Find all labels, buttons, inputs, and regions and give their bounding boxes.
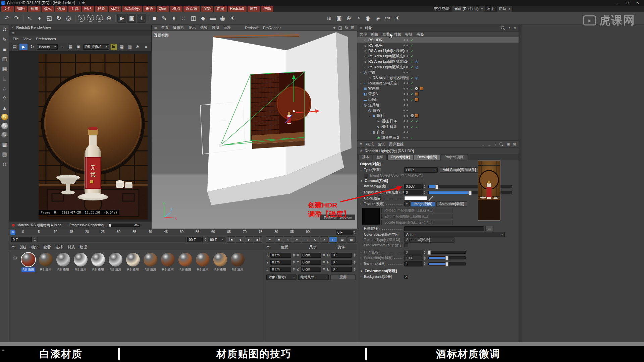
material-item[interactable]: RS 通用 [195,253,211,272]
points-mode-icon[interactable]: ∴ [1,84,9,92]
material-item[interactable]: RS 通用 [160,253,176,272]
camera-icon[interactable]: ◉ [218,13,227,24]
ruler-frame-field[interactable]: 0 F [336,230,353,235]
menu-item[interactable]: 渲染 [201,6,213,12]
attribute-menu-item[interactable]: 编辑 [378,142,385,147]
material-sphere[interactable] [178,253,192,266]
separator[interactable] [146,13,150,24]
expand-icon[interactable]: - [363,109,367,112]
material-menu-item[interactable]: 选择 [56,245,63,250]
material-sphere[interactable] [21,253,35,266]
object-state-marks[interactable] [410,87,423,90]
subdivision-surface-icon[interactable]: ● [169,13,179,24]
timeline-ruler[interactable]: 0 051015202530354045505560657075808590 0… [9,229,357,235]
object-state-marks[interactable] [410,54,414,58]
material-sphere[interactable] [91,253,105,266]
rotate-view-icon[interactable]: ↻ [345,25,348,30]
panel-icon[interactable]: ▣ [506,142,510,146]
menu-item[interactable]: 选择 [55,6,67,12]
scale-tool-icon[interactable]: ◱ [44,13,54,24]
material-sphere[interactable] [161,253,175,266]
key-rotation-icon[interactable]: ↻ [311,236,319,243]
cloner-icon[interactable]: ∷ [179,13,189,24]
material-item[interactable]: RS 通用 [212,253,228,272]
viewport-menu-item[interactable]: 显示 [189,25,196,30]
visibility-dots[interactable] [404,77,408,79]
menu-item[interactable]: 动画 [157,6,169,12]
bulb-icon[interactable]: ☀ [392,13,402,24]
close-icon[interactable]: ✕ [11,26,14,29]
menu-item[interactable]: 文件 [1,6,14,12]
menu-item[interactable]: 样条 [95,6,108,12]
object-tree-item[interactable]: ▬ d地面 [357,97,519,102]
saturation-slider[interactable] [428,256,466,259]
object-tree-item[interactable]: ☼ RS HDR [357,43,519,48]
material-menu-icon[interactable]: ≡ [12,245,15,250]
size-field[interactable]: Y0 cm [297,259,325,265]
effector-icon[interactable]: ◫ [189,13,198,24]
menu-item[interactable]: 扩展 [214,6,227,12]
autokey-button[interactable]: ◎ [284,236,292,243]
timeline-playhead[interactable]: 0 [10,230,15,235]
toggle-views-icon[interactable]: ⊞ [351,25,354,30]
material-sphere[interactable] [56,253,70,266]
expand-icon[interactable]: - [359,71,363,74]
undo-palette-icon[interactable]: ↺ [1,26,9,34]
record-button[interactable]: ● [266,236,274,243]
eyedropper-icon[interactable] [429,196,433,200]
image-button[interactable]: Image[图像] [411,201,435,207]
material-item[interactable]: RS 通用 [73,253,89,272]
attribute-tab[interactable]: Object[对象] [387,154,413,160]
viewport-menu-item[interactable]: 摄像机 [173,25,184,30]
visibility-dots[interactable] [404,72,408,73]
material-item[interactable]: RS 通用 [125,253,141,272]
spline-pen-icon[interactable]: ✎ [159,13,169,24]
viewport-menu-item[interactable]: ProRender [263,26,281,30]
add-graph-button[interactable]: Add Graph[添加材质] [440,167,479,173]
menu-item[interactable]: 窗口 [248,6,260,12]
gamma-field[interactable]: 1 [404,261,423,266]
grid-icon[interactable]: ⊞ [513,142,516,146]
colorspace-dropdown[interactable]: Auto▾ [404,232,505,237]
snap-icon[interactable]: ≋ [324,13,334,24]
gamma-slider[interactable] [428,262,466,265]
object-state-marks[interactable] [410,114,419,118]
object-tree-item[interactable]: - ◎ 白酒 [357,108,519,113]
visibility-dots[interactable] [404,88,408,89]
visibility-dots[interactable] [404,110,408,111]
edit-image-button[interactable]: Edit Image[图像]...[编辑 #...] [381,214,452,219]
object-state-marks[interactable] [410,92,419,96]
viewport-3d-scene[interactable]: Y Z X 网格间距 : 1000 cm [152,31,357,229]
visibility-dots[interactable] [404,104,408,106]
locate-image-button[interactable]: Locate Image[图像]...[定位 #...] [381,220,452,225]
render-view-icon[interactable]: ▶ [117,14,126,23]
collapse-icon[interactable]: ∧ [508,26,511,30]
play-button[interactable]: ▶ [245,236,253,243]
object-manager-menu-item[interactable]: 文件 [360,32,367,37]
reload-image-button[interactable]: Reload Image[图像]...[重载 #...] [381,208,452,213]
material-item[interactable]: RS 通用 [38,253,54,272]
material-preview-icon[interactable]: ⊡ [11,253,19,260]
visibility-dots[interactable] [404,66,408,68]
freeze-icon[interactable]: ✻ [135,44,141,50]
attribute-menu-icon[interactable]: ≡ [360,142,362,147]
current-frame-field[interactable]: 0 F [11,237,32,242]
menu-item[interactable]: 编辑 [15,6,27,12]
attribute-tab[interactable]: 基本 [359,154,372,160]
object-state-marks[interactable] [410,119,419,123]
panel-menu-icon[interactable]: ≡ [12,31,15,36]
undo-icon[interactable]: ↶ [2,13,12,24]
renderview-menu-item[interactable]: File [13,37,19,41]
material-item[interactable]: RS 通用 [20,253,36,272]
render-play-button[interactable]: ▶ [19,44,28,50]
menu-item[interactable]: 模拟 [170,6,182,12]
position-field[interactable]: X0 cm [266,252,295,258]
object-tree-item[interactable]: ◧ 背景6 [357,92,519,97]
object-tree-item[interactable]: + ◐ Redshift Sky[天空] [357,81,519,86]
path-field[interactable] [404,226,484,231]
saturation-field[interactable]: 100 [404,255,423,260]
object-state-marks[interactable] [410,81,414,85]
object-tree-item[interactable]: ☼ RS Area Light[区域光].2 [357,59,519,64]
search-icon[interactable] [499,142,503,146]
object-state-marks[interactable] [410,49,414,53]
